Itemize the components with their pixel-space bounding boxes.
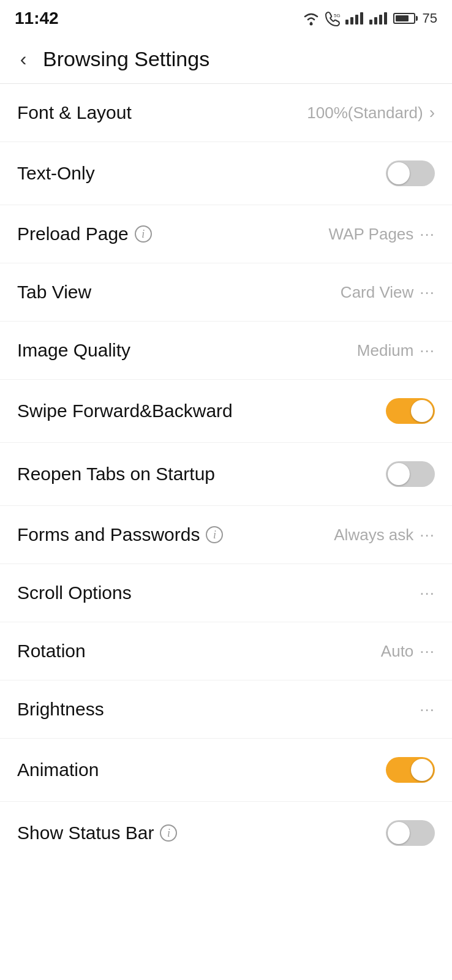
preload-page-label: Preload Page [17, 224, 129, 244]
text-only-toggle-thumb [388, 162, 410, 184]
animation-toggle-thumb [411, 759, 433, 781]
settings-item-font-layout[interactable]: Font & Layout100%(Standard)› [0, 84, 452, 142]
status-time: 11:42 [15, 9, 59, 28]
show-status-bar-toggle-thumb [388, 822, 410, 844]
animation-toggle[interactable] [386, 757, 435, 783]
settings-item-brightness[interactable]: Brightness··· [0, 680, 452, 739]
call-icon: 5G [325, 10, 342, 27]
settings-item-animation[interactable]: Animation [0, 739, 452, 802]
tab-view-label: Tab View [17, 282, 91, 303]
reopen-tabs-toggle[interactable] [386, 461, 435, 487]
settings-item-scroll-options[interactable]: Scroll Options··· [0, 564, 452, 622]
rotation-label: Rotation [17, 641, 86, 662]
rotation-dots-menu[interactable]: ··· [420, 642, 435, 661]
settings-item-tab-view[interactable]: Tab ViewCard View··· [0, 263, 452, 322]
page-title: Browsing Settings [43, 47, 209, 71]
settings-item-image-quality[interactable]: Image QualityMedium··· [0, 322, 452, 380]
status-bar: 11:42 5G [0, 0, 452, 34]
settings-item-rotation[interactable]: RotationAuto··· [0, 622, 452, 680]
tab-view-dots-menu[interactable]: ··· [420, 283, 435, 302]
preload-page-info-icon[interactable]: i [135, 225, 152, 243]
image-quality-dots-menu[interactable]: ··· [420, 341, 435, 360]
swipe-forward-backward-toggle[interactable] [386, 398, 435, 424]
signal-bars-1 [345, 12, 363, 24]
top-nav: ‹ Browsing Settings [0, 34, 452, 84]
reopen-tabs-toggle-thumb [388, 463, 410, 485]
text-only-label: Text-Only [17, 163, 95, 184]
scroll-options-dots-menu[interactable]: ··· [420, 584, 435, 603]
reopen-tabs-label: Reopen Tabs on Startup [17, 464, 215, 484]
status-icons: 5G 75 [301, 10, 437, 27]
forms-passwords-value: Always ask [334, 526, 413, 545]
settings-item-text-only[interactable]: Text-Only [0, 142, 452, 205]
forms-passwords-info-icon[interactable]: i [206, 526, 223, 543]
show-status-bar-label: Show Status Bar [17, 823, 154, 843]
battery-label: 75 [423, 10, 437, 26]
show-status-bar-toggle[interactable] [386, 820, 435, 846]
settings-item-swipe-forward-backward[interactable]: Swipe Forward&Backward [0, 380, 452, 443]
font-layout-chevron-icon: › [429, 103, 435, 123]
preload-page-dots-menu[interactable]: ··· [420, 225, 435, 244]
back-button[interactable]: ‹ [10, 45, 37, 72]
back-icon: ‹ [20, 49, 27, 69]
font-layout-value: 100%(Standard) [307, 104, 423, 123]
show-status-bar-info-icon[interactable]: i [160, 824, 177, 842]
preload-page-value: WAP Pages [329, 225, 414, 244]
settings-item-preload-page[interactable]: Preload PageiWAP Pages··· [0, 205, 452, 263]
wifi-icon [301, 10, 321, 26]
brightness-label: Brightness [17, 699, 104, 720]
swipe-forward-backward-label: Swipe Forward&Backward [17, 401, 233, 421]
rotation-value: Auto [381, 642, 414, 661]
font-layout-label: Font & Layout [17, 102, 132, 123]
text-only-toggle[interactable] [386, 160, 435, 186]
image-quality-label: Image Quality [17, 340, 130, 361]
tab-view-value: Card View [341, 283, 413, 302]
battery-icon [393, 13, 415, 24]
settings-item-show-status-bar[interactable]: Show Status Bari [0, 802, 452, 864]
brightness-dots-menu[interactable]: ··· [420, 700, 435, 719]
settings-item-reopen-tabs[interactable]: Reopen Tabs on Startup [0, 443, 452, 506]
swipe-forward-backward-toggle-thumb [411, 400, 433, 422]
settings-item-forms-passwords[interactable]: Forms and PasswordsiAlways ask··· [0, 506, 452, 564]
svg-point-0 [309, 23, 312, 26]
svg-text:5G: 5G [334, 13, 341, 18]
signal-bars-2 [369, 12, 387, 24]
animation-label: Animation [17, 760, 99, 780]
forms-passwords-dots-menu[interactable]: ··· [420, 526, 435, 545]
scroll-options-label: Scroll Options [17, 582, 132, 603]
forms-passwords-label: Forms and Passwords [17, 524, 200, 545]
settings-list: Font & Layout100%(Standard)›Text-OnlyPre… [0, 84, 452, 864]
image-quality-value: Medium [357, 341, 413, 360]
